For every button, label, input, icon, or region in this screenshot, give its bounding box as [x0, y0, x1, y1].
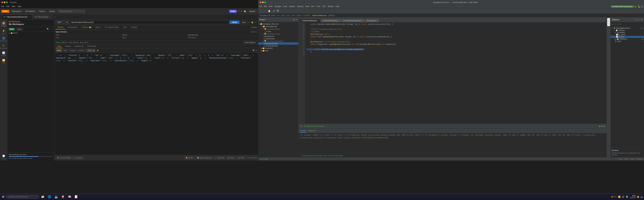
rest-folder-item[interactable]: ▶ 📁 REST [8, 31, 54, 35]
close-editor-tab-3[interactable]: ✕ [362, 20, 363, 22]
menu-help[interactable]: Help [18, 5, 21, 7]
format-raw-button[interactable]: Raw [63, 49, 68, 52]
db-collapse-icon[interactable]: ⤡ [617, 23, 619, 26]
close-button[interactable] [1, 1, 3, 3]
apis-nav[interactable]: ⚡ APIs [1, 28, 6, 34]
minimize-button[interactable] [4, 1, 5, 3]
send-button[interactable]: Send [230, 20, 240, 24]
breadcrumb-main[interactable]: main [281, 14, 285, 16]
tab-tests[interactable]: Tests [121, 25, 129, 29]
monitors-icon[interactable]: 📊 [1, 50, 6, 56]
bootcamp-button[interactable]: 🎓 Bootcamp [214, 157, 226, 159]
taskbar-notepad[interactable]: 📝 [73, 195, 79, 199]
console-tab[interactable]: Console [300, 129, 306, 133]
search-input[interactable] [58, 10, 85, 13]
tree-src[interactable]: ▼ 📂 com.taotao.dao [258, 25, 298, 28]
project-gear-icon[interactable]: ⚙ [293, 18, 295, 21]
trash-button[interactable]: 🗑 Trash [237, 157, 245, 159]
ij-menu-analyze[interactable]: Analyze [289, 5, 295, 7]
param-desc-input[interactable] [188, 37, 252, 39]
run-stop-icon[interactable]: ■ [602, 125, 602, 127]
taskbar-chrome[interactable]: 🌐 [46, 195, 52, 199]
flows-icon[interactable]: 🔀 [1, 58, 6, 63]
db-schemas[interactable]: ▼ 📋 schemas [611, 29, 644, 31]
breadcrumb-com[interactable]: com [292, 14, 295, 16]
workspaces-button[interactable]: Workspaces [10, 10, 23, 13]
resp-tab-cookies[interactable]: Cookies [63, 45, 72, 48]
history-nav[interactable]: 🕐 History [1, 153, 6, 159]
tab-authorization[interactable]: Authorization [66, 25, 80, 29]
monitors-nav[interactable]: 📊 Monitors [1, 50, 6, 56]
db-settings-icon[interactable]: ⚙ [640, 18, 643, 21]
ij-forward-icon[interactable]: → [263, 9, 267, 12]
start-button[interactable]: ⊞ [1, 195, 5, 199]
ij-menu-code[interactable]: Code [283, 5, 287, 7]
db-add-icon[interactable]: + [638, 18, 640, 21]
ij-close-button[interactable] [260, 1, 261, 3]
menu-view[interactable]: View [12, 5, 15, 7]
menu-edit[interactable]: Edit [6, 5, 9, 7]
resp-tab-body[interactable]: Body [56, 45, 63, 48]
db-expand-all-icon[interactable]: ⤢ [614, 23, 616, 26]
bulk-edit-button[interactable]: Bulk Edit [251, 31, 257, 33]
capture-requests-button[interactable]: 📡 Capture Requests [196, 157, 213, 159]
request-tab-1[interactable]: GET http://localhost:80/users/2/2 ✕ [1, 15, 32, 19]
tab-params[interactable]: Params [56, 25, 66, 29]
format-pretty-button[interactable]: Pretty [56, 49, 62, 52]
network-icon[interactable]: 📶 [618, 196, 620, 198]
tree-domain[interactable]: ▼ 📦 com.taotao.domain [258, 28, 298, 30]
reports-button[interactable]: Reports [38, 10, 46, 13]
maximize-button[interactable] [6, 1, 8, 3]
run-play-icon[interactable]: ▶ [599, 125, 601, 127]
system-clock[interactable]: 9:40 2022/5/5 [630, 195, 636, 199]
explore-button[interactable]: Explore [48, 10, 57, 13]
upgrade-button[interactable]: Upgrade [248, 10, 257, 13]
invite-link[interactable]: Invite [29, 158, 32, 159]
breadcrumb-src[interactable]: src [277, 14, 279, 16]
search-collections-icon[interactable]: 🔍 [46, 28, 50, 31]
tree-user-class[interactable]: C User [258, 30, 298, 33]
param-key-input[interactable] [56, 37, 121, 39]
beautify-icon[interactable]: ⚡ [96, 49, 99, 52]
ij-menu-navigate[interactable]: Navigate [274, 5, 281, 7]
breadcrumb-file[interactable]: UserController.java [312, 14, 326, 16]
debug-button[interactable]: 🐛 [638, 5, 641, 8]
cookies-link[interactable]: Cookies [251, 26, 257, 28]
ij-menu-view[interactable]: View [269, 5, 272, 7]
tree-root[interactable]: ▼ 📁 springboot_08_ssmp [258, 23, 298, 25]
format-visualize-button[interactable]: Visualize [77, 49, 86, 52]
taskbar-postman-app[interactable]: 📮 [60, 195, 66, 199]
import-button[interactable]: Import [16, 28, 23, 31]
ij-search-everywhere-icon[interactable]: 🔍 [276, 9, 280, 12]
tab-pre-request[interactable]: Pre-request Script [103, 25, 120, 29]
editor-tab-iuserserviceimpl[interactable]: J IUserServiceImpl.java ✕ [341, 19, 365, 22]
tab-settings[interactable]: Settings [129, 25, 139, 29]
ij-minimize-button[interactable] [262, 1, 264, 3]
copy-response-icon[interactable]: ⧉ [256, 49, 257, 52]
collections-icon[interactable]: 📦 [1, 21, 6, 26]
show-desktop-icon[interactable]: ▬ [641, 196, 643, 198]
tree-service-impl[interactable]: ▼ 📦 com.taotao.service.impl [258, 40, 298, 42]
collections-nav[interactable]: 📦 Collections [1, 21, 6, 27]
resp-tab-headers[interactable]: Headers (9) [73, 45, 85, 48]
run-button[interactable]: ▶ [635, 5, 637, 8]
windows-search-input[interactable] [6, 195, 39, 199]
editor-tab-usercontroller[interactable]: J UserController.java ✕ [299, 19, 321, 22]
save-response-button[interactable]: Save Response [243, 41, 257, 44]
breadcrumb-method[interactable]: getPage [328, 14, 334, 16]
db-connection[interactable]: ▼ 🗄 mybatis@localhost 1 of 9 [611, 27, 644, 29]
close-tab-2[interactable]: ✕ [50, 16, 51, 18]
taskbar-file-explorer[interactable]: 📁 [40, 195, 46, 199]
volume-icon[interactable]: 🔊 [622, 196, 624, 198]
environments-nav[interactable]: 🌐 Environments [0, 35, 7, 41]
resp-tab-test-results[interactable]: Test Results [86, 45, 98, 48]
mock-servers-icon[interactable]: 🖥 [1, 43, 6, 48]
tree-resources[interactable]: ▶ 📂 resources [258, 47, 298, 49]
ij-menu-help[interactable]: Help [336, 5, 339, 7]
ij-menu-vcs[interactable]: VCS [322, 5, 326, 7]
db-mybatis-schema[interactable]: ▼ 🗃 mybatis [611, 31, 644, 34]
db-tb-brand[interactable]: 📊 tb_brand [611, 34, 644, 36]
ij-menu-refactor[interactable]: Refactor [297, 5, 304, 7]
url-input[interactable] [70, 20, 228, 24]
db-sync-icon[interactable]: ⟳ [619, 23, 621, 26]
